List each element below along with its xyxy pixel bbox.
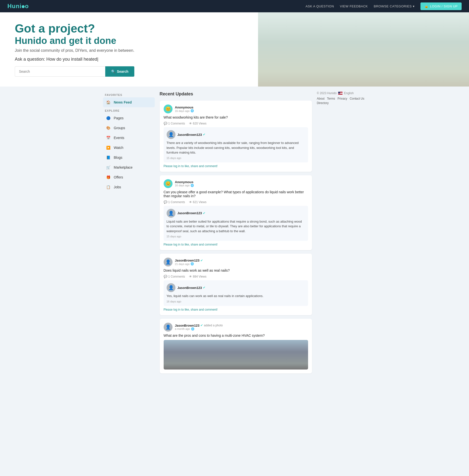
post-1-answer: 👤 JasonBrown123 ✔ There are a variety of… [164,127,308,162]
post-3-time: 21 days ago 🌐 [175,262,308,265]
search-input[interactable] [15,66,105,77]
post-2-answer-author: JasonBrown123 ✔ [177,211,206,215]
post-2-stats: 💬 1 Comments 👁 621 Views [164,200,308,204]
post-1-comments: 💬 1 Comments [164,122,185,125]
post-2-question: Can you please offer a good example? Wha… [164,190,308,198]
globe-icon-2: 🌐 [191,184,194,187]
post-card-4: 👤 JasonBrown123 ✔ added a photo a month … [160,319,312,373]
sidebar-item-groups[interactable]: 🎨 Groups [103,123,155,133]
post-2-meta: Anonymous 16 days ago 🌐 [175,180,308,187]
post-1-avatar: 😊 [164,105,173,113]
post-1-answer-text: There are a variety of woodworking kits … [167,141,305,155]
post-3-answer-author: JasonBrown123 ✔ [177,286,206,290]
watch-label: Watch [114,146,123,150]
ask-question-link[interactable]: ASK A QUESTION [306,4,334,8]
about-link[interactable]: About [317,97,325,100]
sidebar-item-events[interactable]: 📅 Events [103,133,155,143]
login-signup-button[interactable]: 🔒 LOGIN / SIGN UP [420,2,462,10]
main-layout: FAVORITES 🏠 News Feed EXPLORE 🔵 Pages 🎨 … [99,87,370,382]
verified-icon-4: ✔ [200,324,203,327]
post-1-header: 😊 Anonymous 16 days ago 🌐 [164,105,308,113]
search-button[interactable]: 🔍 Search [105,66,134,77]
jobs-icon: 📋 [105,184,111,190]
lock-icon: 🔒 [424,4,429,8]
right-sidebar-links: About Terms Privacy Contact Us Directory [317,97,366,105]
post-2-answer-text: Liquid nails are better suited for appli… [167,219,305,234]
search-icon: 🔍 [111,70,115,73]
post-3-author: JasonBrown123 ✔ [175,259,308,262]
jobs-label: Jobs [114,185,121,189]
eye-icon-1: 👁 [189,122,192,125]
post-4-time: a month ago 🌐 [175,327,308,331]
post-1-time: 16 days ago 🌐 [175,109,308,112]
directory-link[interactable]: Directory [317,101,329,105]
marketplace-icon: 🛒 [105,164,111,170]
post-2-comments: 💬 1 Comments [164,200,185,204]
post-2-header: 😊 Anonymous 16 days ago 🌐 [164,179,308,188]
hero-subtitle: Join the social community of pros, DIYer… [15,48,134,53]
copyright-text: © 2023 Hunido English [317,91,366,95]
post-4-author: JasonBrown123 ✔ added a photo [175,324,308,327]
view-feedback-link[interactable]: VIEW FEEDBACK [340,4,368,8]
post-2-answer-avatar: 👤 [167,209,175,218]
post-4-added-photo: added a photo [204,324,223,327]
post-card-1: 😊 Anonymous 16 days ago 🌐 What woodworki… [160,101,312,172]
hero-section: Got a project? Hunido and get it done Jo… [0,12,469,87]
post-3-comments: 💬 1 Comments [164,275,185,278]
hero-ask-text: How do you install heated| [46,57,98,62]
post-3-stats: 💬 1 Comments 👁 884 Views [164,275,308,278]
post-1-stats: 💬 1 Comments 👁 620 Views [164,122,308,125]
sidebar-item-offers[interactable]: 🎁 Offers [103,172,155,182]
sidebar-item-jobs[interactable]: 📋 Jobs [103,182,155,192]
post-3-login-prompt[interactable]: Please log in to like, share and comment… [164,308,308,311]
hero-title-2: Hunido and get it done [15,35,134,47]
privacy-link[interactable]: Privacy [338,97,347,100]
sidebar-item-pages[interactable]: 🔵 Pages [103,113,155,123]
post-1-login-prompt[interactable]: Please log in to like, share and comment… [164,164,308,168]
post-1-meta: Anonymous 16 days ago 🌐 [175,106,308,112]
post-2-answer-time: 15 days ago [167,235,305,238]
login-signup-label: LOGIN / SIGN UP [430,4,458,8]
offers-icon: 🎁 [105,174,111,180]
post-1-question: What woodworking kits are there for sale… [164,115,308,119]
blogs-label: Blogs [114,156,122,159]
sidebar-item-marketplace[interactable]: 🛒 Marketplace [103,162,155,172]
post-card-3: 👤 JasonBrown123 ✔ 21 days ago 🌐 Does liq… [160,254,312,315]
browse-categories-link[interactable]: BROWSE CATEGORIES ▾ [374,4,415,8]
comment-icon-1: 💬 [164,122,167,125]
post-3-answer: 👤 JasonBrown123 ✔ Yes, liquid nails can … [164,280,308,306]
blogs-icon: 📘 [105,155,111,160]
post-3-meta: JasonBrown123 ✔ 21 days ago 🌐 [175,259,308,265]
globe-icon-1: 🌐 [191,109,194,112]
post-2-login-prompt[interactable]: Please log in to like, share and comment… [164,243,308,246]
post-1-answer-author: JasonBrown123 ✔ [177,133,206,137]
post-4-image [164,340,308,370]
header: Hunio ASK A QUESTION VIEW FEEDBACK BROWS… [0,0,469,12]
post-1-answer-avatar: 👤 [167,130,175,139]
explore-title: EXPLORE [103,107,155,113]
post-card-2: 😊 Anonymous 16 days ago 🌐 Can you please… [160,175,312,250]
hero-person-image [258,12,469,87]
logo[interactable]: Hunio [7,3,29,10]
post-3-answer-time: 16 days ago [167,300,305,303]
sidebar: FAVORITES 🏠 News Feed EXPLORE 🔵 Pages 🎨 … [103,91,155,192]
post-3-views: 👁 884 Views [189,275,207,278]
logo-text: Hunio [7,3,29,10]
sidebar-item-watch[interactable]: ▶️ Watch [103,143,155,153]
eye-icon-2: 👁 [189,200,192,204]
contact-us-link[interactable]: Contact Us [350,97,364,100]
post-3-question: Does liquid nails work as well as real n… [164,268,308,272]
sidebar-item-news-feed[interactable]: 🏠 News Feed [103,97,155,107]
terms-link[interactable]: Terms [327,97,335,100]
post-4-question: What are the pros and cons to having a m… [164,334,308,337]
comment-icon-3: 💬 [164,275,167,278]
search-bar: 🔍 Search [15,66,134,77]
post-2-views: 👁 621 Views [189,200,207,204]
verified-icon-3b: ✔ [203,286,205,289]
groups-icon: 🎨 [105,125,111,131]
feed: Recent Updates 😊 Anonymous 16 days ago 🌐… [160,91,312,377]
post-1-author: Anonymous [175,106,308,109]
feed-title: Recent Updates [160,91,312,97]
sidebar-item-blogs[interactable]: 📘 Blogs [103,153,155,162]
language-label: English [344,91,354,95]
